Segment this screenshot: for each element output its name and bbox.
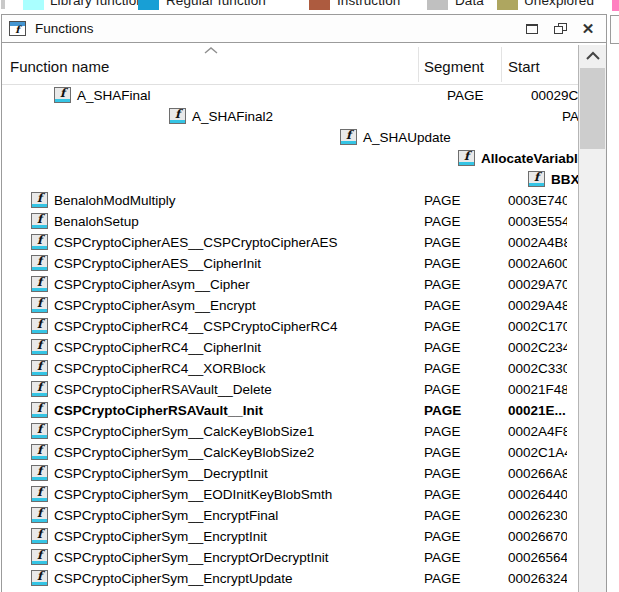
function-icon-stripe xyxy=(32,540,47,543)
table-row[interactable]: f CSPCryptoCipherSym__CalcKeyBlobSize1 P… xyxy=(2,421,578,442)
column-separator[interactable] xyxy=(501,47,502,82)
function-name-cell: CSPCryptoCipherRC4__CipherInit xyxy=(54,337,261,358)
segment-cell: PAGE xyxy=(424,379,461,400)
function-icon: f xyxy=(169,108,186,124)
function-icon-stripe xyxy=(170,120,185,123)
legend-color-swatch xyxy=(427,0,448,10)
function-icon: f xyxy=(31,570,48,586)
table-row[interactable]: f CSPCryptoCipherRC4__CSPCryptoCipherRC4… xyxy=(2,316,578,337)
segment-cell: PAGE xyxy=(424,316,461,337)
function-list: f A_SHAFinal PAGE 00029CE0 f A_SHAFinal2… xyxy=(2,85,578,592)
function-name-cell: A_SHAFinal2 xyxy=(192,106,273,127)
function-icon: f xyxy=(340,129,357,145)
segment-cell: PAGE xyxy=(424,274,461,295)
function-icon-stripe xyxy=(32,246,47,249)
legend-color-swatch xyxy=(138,0,159,10)
table-row[interactable]: f CSPCryptoCipherRC4__XORBlock PAGE 0002… xyxy=(2,358,578,379)
table-row[interactable]: f CSPCryptoCipherAsym__Encrypt PAGE 0002… xyxy=(2,295,578,316)
legend-label: Data xyxy=(455,0,484,8)
legend-color-swatch xyxy=(23,0,44,10)
function-icon: f xyxy=(31,423,48,439)
function-name-cell: CSPCryptoCipherRSAVault__Delete xyxy=(54,379,272,400)
vertical-scrollbar[interactable] xyxy=(578,45,606,592)
column-header-segment[interactable]: Segment xyxy=(424,57,484,77)
legend-label: Library function xyxy=(50,0,144,8)
table-row[interactable]: f CSPCryptoCipherRSAVault__Delete PAGE 0… xyxy=(2,379,578,400)
legend-label: Unexplored xyxy=(524,0,594,8)
segment-cell: PAGE xyxy=(424,421,461,442)
table-row[interactable]: f CSPCryptoCipherSym__EncryptFinal PAGE … xyxy=(2,505,578,526)
function-icon-stripe xyxy=(32,330,47,333)
function-icon: f xyxy=(31,213,48,229)
functions-window: f Functions ✕ Function name Segment Star… xyxy=(1,14,607,592)
table-row[interactable]: f A_SHAFinal2 PAGE 0003E490 xyxy=(140,106,290,127)
table-row[interactable]: f AllocateVariableSizeMemory PAGE 000257… xyxy=(429,148,499,169)
restore-button[interactable] xyxy=(546,17,574,41)
table-row[interactable]: f CSPCryptoCipherRC4__CipherInit PAGE 00… xyxy=(2,337,578,358)
function-icon-stripe xyxy=(32,372,47,375)
table-row[interactable]: f A_SHAUpdate PAGE 0003E3E4 xyxy=(311,127,421,148)
start-address-cell: 0002A600 xyxy=(508,253,567,274)
table-row[interactable]: f CSPCryptoCipherRSAVault__Init PAGE 000… xyxy=(2,400,578,421)
function-icon-stripe xyxy=(32,582,47,585)
window-title: Functions xyxy=(35,21,518,36)
function-icon-stripe xyxy=(341,141,356,144)
table-row[interactable]: f BBXorData PAGE 00025... xyxy=(499,169,578,190)
table-row[interactable]: f CSPCryptoCipherSym__EncryptOrDecryptIn… xyxy=(2,547,578,568)
function-icon-stripe xyxy=(32,561,47,564)
function-icon: f xyxy=(31,465,48,481)
start-address-cell: 00021E... xyxy=(508,400,567,421)
table-row[interactable]: f CSPCryptoCipherSym__CalcKeyBlobSize2 P… xyxy=(2,442,578,463)
function-icon: f xyxy=(54,87,71,103)
table-row[interactable]: f CSPCryptoCipherSym__EncryptUpdate PAGE… xyxy=(2,568,578,589)
table-row[interactable]: f CSPCryptoCipherSym__DecryptInit PAGE 0… xyxy=(2,463,578,484)
scrollbar-thumb[interactable] xyxy=(580,68,605,149)
function-icon: f xyxy=(31,381,48,397)
table-header: Function name Segment Start xyxy=(2,44,578,85)
function-name-cell: CSPCryptoCipherSym__CalcKeyBlobSize2 xyxy=(54,442,314,463)
restore-icon xyxy=(554,23,567,34)
function-name-cell: CSPCryptoCipherSym__EncryptUpdate xyxy=(54,568,293,589)
function-icon-stripe xyxy=(32,519,47,522)
segment-cell: PAGE xyxy=(424,337,461,358)
function-icon-stripe xyxy=(32,351,47,354)
function-icon-stripe xyxy=(32,477,47,480)
window-titlebar[interactable]: f Functions ✕ xyxy=(2,15,606,43)
table-row[interactable]: f BenalohModMultiply PAGE 0003E740 xyxy=(2,190,578,211)
scroll-up-button[interactable] xyxy=(579,45,606,67)
segment-cell: PAGE xyxy=(424,484,461,505)
functions-window-icon: f xyxy=(9,21,26,36)
function-name-cell: BenalohSetup xyxy=(54,211,139,232)
function-icon: f xyxy=(31,255,48,271)
start-address-cell: 0002C330 xyxy=(508,358,567,379)
table-row[interactable]: f CSPCryptoCipherAsym__Cipher PAGE 00029… xyxy=(2,274,578,295)
function-icon-stripe xyxy=(32,414,47,417)
segment-cell: PAGE xyxy=(424,253,461,274)
function-icon-stripe xyxy=(32,456,47,459)
function-name-cell: CSPCryptoCipherAES__CSPCryptoCipherAES xyxy=(54,232,338,253)
table-row[interactable]: f BenalohSetup PAGE 0003E554 xyxy=(2,211,578,232)
function-icon: f xyxy=(31,507,48,523)
start-address-cell: 00026670 xyxy=(508,526,567,547)
close-button[interactable]: ✕ xyxy=(574,17,602,41)
function-icon-stripe xyxy=(32,498,47,501)
maximize-button[interactable] xyxy=(518,17,546,41)
segment-cell: PAGE xyxy=(424,295,461,316)
segment-cell: PAGE xyxy=(424,547,461,568)
segment-cell: PAGE xyxy=(424,211,461,232)
column-header-start[interactable]: Start xyxy=(508,57,540,77)
function-icon-stripe xyxy=(32,288,47,291)
table-row[interactable]: f CSPCryptoCipherSym__EncryptInit PAGE 0… xyxy=(2,526,578,547)
legend-item: Data xyxy=(427,0,497,13)
column-header-function-name[interactable]: Function name xyxy=(10,57,109,77)
legend-item: Library function xyxy=(23,0,153,13)
column-separator[interactable] xyxy=(418,47,419,82)
function-icon-stripe xyxy=(459,162,474,165)
function-icon-stripe xyxy=(32,204,47,207)
function-icon: f xyxy=(31,276,48,292)
function-icon-stripe xyxy=(32,309,47,312)
table-row[interactable]: f CSPCryptoCipherAES__CSPCryptoCipherAES… xyxy=(2,232,578,253)
table-row[interactable]: f A_SHAFinal PAGE 00029CE0 xyxy=(25,85,155,106)
table-row[interactable]: f CSPCryptoCipherSym__EODInitKeyBlobSmth… xyxy=(2,484,578,505)
table-row[interactable]: f CSPCryptoCipherAES__CipherInit PAGE 00… xyxy=(2,253,578,274)
